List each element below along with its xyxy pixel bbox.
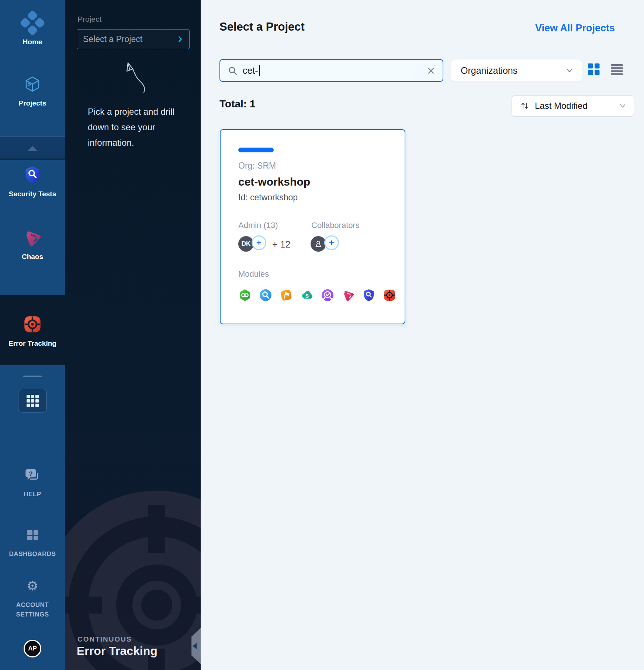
sidebar-item-chaos[interactable]: Chaos — [0, 226, 65, 261]
person-icon — [314, 239, 323, 248]
search-value: cet- — [243, 65, 258, 76]
feature-flags-module-icon — [280, 289, 293, 302]
module-title: Error Tracking — [77, 644, 157, 658]
admin-label: Admin (13) — [238, 221, 278, 230]
chevron-left-icon — [193, 642, 197, 650]
chaos-triangle-icon — [23, 226, 42, 249]
sidebar-collapse-section[interactable] — [0, 137, 65, 160]
plus-icon — [328, 239, 335, 246]
list-view-icon — [611, 64, 623, 75]
sidebar-item-label: SETTINGS — [16, 610, 49, 619]
project-org: Org: SRM — [238, 161, 276, 171]
list-view-toggle[interactable] — [611, 64, 623, 77]
page-title: Select a Project — [219, 20, 305, 34]
sidebar-item-help[interactable]: ? HELP — [0, 463, 65, 499]
sidebar-item-security-tests[interactable]: Security Tests — [0, 163, 65, 198]
chevron-right-icon — [176, 35, 184, 43]
target-watermark-bar — [190, 597, 201, 614]
clear-search-icon[interactable] — [427, 66, 435, 75]
target-watermark-bar — [65, 597, 102, 614]
text-cursor — [259, 65, 260, 76]
sidebar-item-label: DASHBOARDS — [9, 550, 56, 559]
target-watermark-bar — [148, 505, 165, 553]
project-selector-panel: Project Select a Project Pick a project … — [65, 0, 201, 670]
sort-dropdown[interactable]: Last Modified — [512, 95, 634, 117]
sidebar-item-label: ACCOUNT — [16, 601, 49, 609]
target-watermark-dot — [141, 590, 172, 621]
chevron-down-icon — [565, 68, 574, 73]
grid-view-icon — [588, 63, 600, 75]
search-icon — [228, 66, 238, 76]
sidebar-item-label: Security Tests — [9, 190, 56, 198]
svg-text:?: ? — [29, 470, 33, 477]
cv-module-icon — [321, 289, 334, 302]
svg-text:$: $ — [305, 293, 309, 299]
primary-sidebar: Home Projects Security Tes — [0, 0, 65, 670]
chaos-module-icon — [342, 289, 355, 302]
project-search-input[interactable]: cet- — [219, 59, 443, 82]
sidebar-item-label: HELP — [24, 490, 41, 499]
error-tracking-target-icon — [23, 312, 42, 336]
project-section-label: Project — [77, 15, 101, 24]
sto-module-icon — [362, 289, 375, 302]
help-chat-icon: ? — [24, 463, 41, 487]
user-avatar[interactable]: AP — [24, 640, 41, 657]
collaborator-avatar — [311, 236, 326, 252]
shield-search-icon — [23, 163, 42, 187]
chevron-down-icon — [619, 103, 626, 108]
project-selector-value: Select a Project — [83, 34, 142, 44]
add-collaborator-button[interactable] — [324, 235, 339, 250]
sidebar-item-label: Home — [23, 38, 42, 46]
avatar-initials: AP — [28, 645, 37, 652]
grid-3x3-icon — [27, 395, 39, 407]
project-color-bar — [238, 148, 274, 152]
module-kicker: CONTINUOUS — [77, 635, 132, 643]
chevron-up-icon — [27, 146, 38, 151]
sidebar-item-account-settings[interactable]: ⚙ ACCOUNT SETTINGS — [0, 574, 65, 619]
plus-icon — [256, 239, 262, 246]
grid-view-toggle[interactable] — [588, 63, 600, 77]
sort-value: Last Modified — [535, 101, 588, 111]
sidebar-item-label: Projects — [19, 99, 46, 108]
view-all-projects-link[interactable]: View All Projects — [535, 23, 615, 34]
module-picker-button[interactable] — [18, 389, 47, 412]
module-icons-row: $ — [238, 289, 396, 302]
add-admin-button[interactable] — [252, 235, 266, 250]
admin-overflow-count: + 12 — [272, 239, 290, 250]
gear-icon: ⚙ — [27, 574, 38, 598]
srm-module-icon — [259, 289, 272, 302]
error-tracking-module-icon — [383, 289, 396, 302]
sidebar-item-projects[interactable]: Projects — [0, 72, 65, 108]
modules-label: Modules — [238, 269, 269, 279]
cloud-costs-module-icon: $ — [300, 289, 314, 302]
empty-state-hint: Pick a project and drill down to see you… — [88, 104, 179, 151]
project-card[interactable]: Org: SRM cet-workshop Id: cetworkshop Ad… — [220, 129, 405, 324]
sidebar-item-error-tracking[interactable]: Error Tracking — [0, 295, 65, 365]
project-name: cet-workshop — [238, 176, 310, 188]
harness-home-icon — [23, 11, 42, 35]
collaborators-label: Collaborators — [311, 221, 360, 230]
hand-drawn-arrow-illustration — [120, 61, 147, 96]
sidebar-item-dashboards[interactable]: DASHBOARDS — [0, 523, 65, 559]
project-selector-dropdown[interactable]: Select a Project — [77, 29, 190, 49]
cube-icon — [22, 72, 42, 96]
sidebar-item-label: Chaos — [22, 252, 43, 261]
dashboards-icon — [27, 523, 38, 547]
project-id: Id: cetworkshop — [238, 193, 298, 203]
main-content: Select a Project View All Projects cet- … — [201, 0, 644, 670]
sort-arrows-icon — [520, 101, 530, 111]
sidebar-item-label: Error Tracking — [8, 339, 56, 348]
scope-filter-value: Organizations — [461, 65, 517, 76]
total-count: Total: 1 — [219, 98, 255, 110]
scope-filter-dropdown[interactable]: Organizations — [451, 59, 582, 82]
ci-module-icon — [238, 289, 252, 302]
sidebar-divider — [23, 376, 42, 377]
sidebar-item-home[interactable]: Home — [0, 11, 65, 46]
